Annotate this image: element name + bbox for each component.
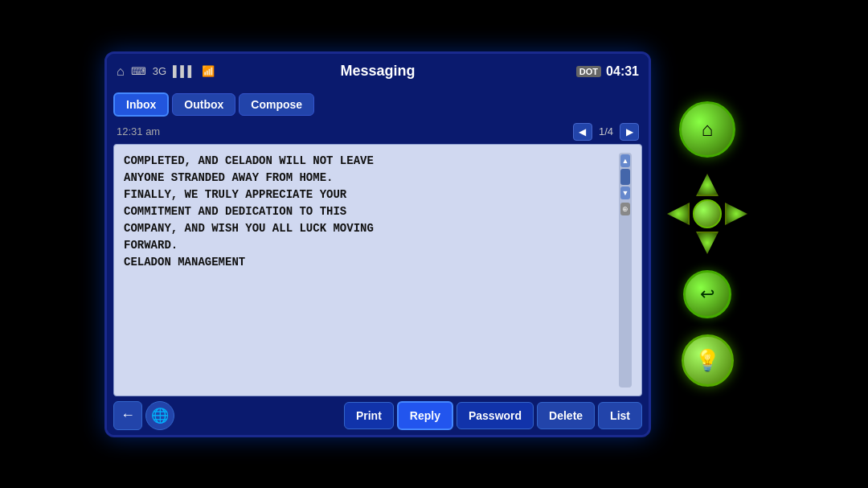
nav-arrows: ◀ 1/4 ▶ bbox=[573, 123, 639, 141]
clock-display: 04:31 bbox=[606, 64, 639, 79]
status-right: DOT 04:31 bbox=[576, 64, 639, 79]
status-left: ⌂ ⌨ 3G ▌▌▌ 📶 bbox=[117, 64, 215, 79]
message-timestamp: 12:31 am bbox=[117, 125, 160, 137]
signal-bars-icon: 3G bbox=[153, 65, 166, 77]
wifi-icon: 📶 bbox=[202, 65, 215, 77]
scroll-up-button[interactable]: ▲ bbox=[620, 154, 630, 167]
prev-message-button[interactable]: ◀ bbox=[573, 123, 592, 141]
home-button[interactable]: ⌂ bbox=[679, 101, 735, 158]
scrollbar[interactable]: ▲ ▼ ⊕ bbox=[619, 153, 632, 388]
password-button[interactable]: Password bbox=[457, 402, 534, 429]
screen-title: Messaging bbox=[340, 63, 415, 80]
status-bar: ⌂ ⌨ 3G ▌▌▌ 📶 Messaging DOT 04:31 bbox=[107, 54, 649, 89]
page-indicator: 1/4 bbox=[599, 125, 613, 137]
scroll-icon: ⊕ bbox=[620, 203, 630, 215]
tab-inbox[interactable]: Inbox bbox=[113, 92, 169, 117]
action-bar: ← 🌐 Print Reply Password Delete List bbox=[107, 396, 649, 435]
back-button[interactable]: ← bbox=[113, 401, 142, 430]
tab-compose[interactable]: Compose bbox=[239, 93, 314, 116]
d-pad-down-button[interactable] bbox=[696, 232, 719, 254]
screen: ⌂ ⌨ 3G ▌▌▌ 📶 Messaging DOT 04:31 Inbox O… bbox=[104, 51, 651, 437]
d-pad bbox=[667, 174, 747, 254]
keyboard-icon: ⌨ bbox=[131, 65, 146, 77]
back-nav-button[interactable]: ↩ bbox=[683, 270, 731, 318]
scroll-down-button[interactable]: ▼ bbox=[620, 187, 630, 199]
globe-button[interactable]: 🌐 bbox=[145, 401, 174, 430]
d-pad-left-button[interactable] bbox=[667, 203, 690, 225]
next-message-button[interactable]: ▶ bbox=[620, 123, 639, 141]
message-area: 12:31 am ◀ 1/4 ▶ COMPLETED, AND CELADON … bbox=[107, 120, 649, 396]
d-pad-center[interactable] bbox=[693, 199, 722, 228]
dot-badge: DOT bbox=[576, 66, 601, 77]
d-pad-right-button[interactable] bbox=[725, 203, 747, 225]
delete-button[interactable]: Delete bbox=[537, 402, 595, 429]
message-body: COMPLETED, AND CELADON WILL NOT LEAVE AN… bbox=[124, 153, 616, 388]
back-nav-icon: ↩ bbox=[700, 284, 714, 305]
scroll-thumb[interactable] bbox=[620, 169, 630, 185]
d-pad-up-button[interactable] bbox=[696, 174, 719, 196]
list-button[interactable]: List bbox=[598, 402, 642, 429]
print-button[interactable]: Print bbox=[344, 402, 394, 429]
reply-button[interactable]: Reply bbox=[397, 401, 453, 430]
bulb-button[interactable]: 💡 bbox=[682, 334, 734, 387]
signal-strength-icon: ▌▌▌ bbox=[173, 65, 195, 77]
home-icon[interactable]: ⌂ bbox=[117, 64, 125, 79]
home-button-icon: ⌂ bbox=[702, 118, 714, 141]
message-content: COMPLETED, AND CELADON WILL NOT LEAVE AN… bbox=[113, 144, 642, 396]
bulb-icon: 💡 bbox=[694, 348, 720, 373]
tab-bar: Inbox Outbox Compose bbox=[107, 89, 649, 120]
device-wrapper: ⌂ ⌨ 3G ▌▌▌ 📶 Messaging DOT 04:31 Inbox O… bbox=[104, 51, 764, 437]
message-header: 12:31 am ◀ 1/4 ▶ bbox=[113, 120, 642, 144]
tab-outbox[interactable]: Outbox bbox=[172, 93, 235, 116]
right-panel: ⌂ ↩ 💡 bbox=[651, 93, 764, 395]
